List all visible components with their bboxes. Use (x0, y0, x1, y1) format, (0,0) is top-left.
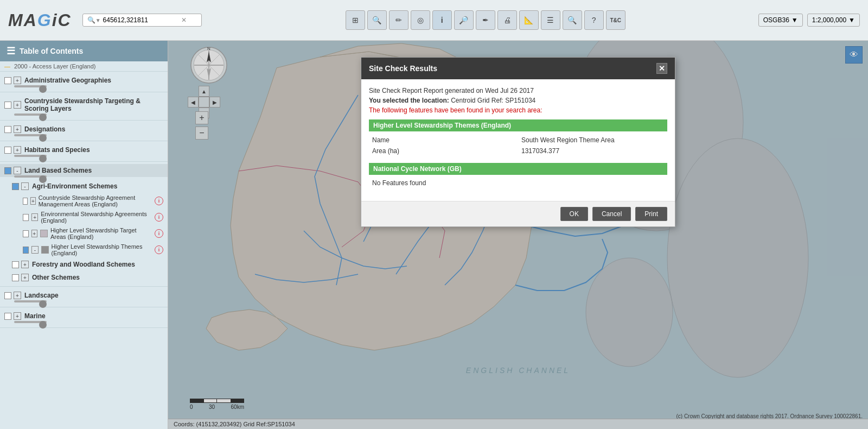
list-tool-button[interactable]: ☰ (541, 10, 560, 30)
layer-group-designations: + Designations (0, 121, 168, 141)
edit-tool-button[interactable]: ✒ (476, 10, 495, 30)
zoom-search-button[interactable]: 🔎 (454, 10, 474, 30)
forestry-checkbox[interactable] (12, 261, 19, 268)
admin-label: Administrative Geographies (24, 77, 163, 84)
target-tool-button[interactable]: ◎ (411, 10, 430, 30)
forestry-checkbox-area[interactable]: + (12, 261, 29, 268)
scale-select[interactable]: 1:2,000,000 ▼ (807, 14, 860, 27)
hls-themes-result-header: Higher Level Stewardship Themes (England… (369, 119, 667, 131)
hls-target-checkbox[interactable] (23, 230, 29, 237)
search-dropdown-icon[interactable]: ▼ (95, 17, 101, 23)
designations-checkbox[interactable] (4, 126, 11, 133)
agri-env-label: Agri-Environment Schemes (32, 182, 163, 190)
agri-env-expand-btn[interactable]: - (21, 182, 29, 190)
forestry-header[interactable]: + Forestry and Woodland Schemes (0, 258, 168, 271)
cs-agreement-expand-btn[interactable]: + (30, 197, 36, 205)
other-schemes-expand-btn[interactable]: + (21, 274, 29, 281)
layer-group-countryside-header[interactable]: + Countryside Stewardship Targeting & Sc… (0, 94, 168, 115)
hls-target-expand-btn[interactable]: + (31, 230, 37, 237)
cs-agreement-info-btn[interactable]: i (155, 197, 163, 205)
toolbar: ⊞ 🔍 ✏ ◎ i 🔎 ✒ 🖨 📐 ☰ 🔍 ? T&C (213, 10, 758, 30)
report-line2-rest: Centroid Grid Ref: SP151034 (451, 97, 535, 104)
marine-label: Marine (24, 312, 163, 320)
other-schemes-checkbox[interactable] (12, 274, 19, 281)
agri-env-checkbox[interactable] (12, 183, 19, 190)
hls-target-layer: + Higher Level Stewardship Target Areas … (8, 225, 168, 242)
land-based-expand-btn[interactable]: - (14, 167, 21, 174)
designations-opacity-slider[interactable] (14, 134, 47, 136)
print-tool-button[interactable]: 🖨 (497, 10, 517, 30)
other-schemes-checkbox-area[interactable]: + (12, 274, 29, 281)
modal-ok-button[interactable]: OK (560, 207, 588, 221)
habitats-opacity-slider[interactable] (14, 155, 47, 157)
agri-env-header[interactable]: - Agri-Environment Schemes (8, 180, 168, 193)
admin-checkbox-area[interactable]: + (4, 77, 21, 84)
grid-tool-button[interactable]: ⊞ (346, 10, 365, 30)
layer-group-admin: + Administrative Geographies (0, 72, 168, 92)
countryside-slider-thumb[interactable] (39, 113, 47, 121)
search-bar[interactable]: 🔍 ▼ ✕ (82, 14, 202, 27)
modal-print-button[interactable]: Print (635, 207, 667, 221)
projection-select[interactable]: OSGB36 ▼ (758, 14, 803, 27)
landscape-expand-btn[interactable]: + (14, 292, 21, 299)
modal-cancel-button[interactable]: Cancel (592, 207, 631, 221)
modal-close-button[interactable]: ✕ (656, 63, 667, 74)
tc-button[interactable]: T&C (606, 10, 626, 30)
cs-agreement-checkbox[interactable] (23, 198, 28, 205)
designations-expand-btn[interactable]: + (14, 125, 21, 133)
search-input[interactable] (103, 16, 179, 24)
table-row: Area (ha) 1317034.377 (369, 146, 667, 156)
admin-slider-thumb[interactable] (39, 85, 47, 93)
hls-themes-info-btn[interactable]: i (155, 245, 163, 254)
countryside-checkbox[interactable] (4, 102, 11, 109)
measure-tool-button[interactable]: 📐 (519, 10, 539, 30)
designations-slider-thumb[interactable] (39, 134, 47, 142)
map-area[interactable]: N ▲ ◀ ▶ ▼ + − (168, 41, 868, 429)
admin-checkbox[interactable] (4, 77, 11, 84)
countryside-expand-btn[interactable]: + (14, 101, 21, 109)
land-based-checkbox-area[interactable]: - (4, 167, 21, 174)
help-button[interactable]: ? (584, 10, 604, 30)
landscape-slider-thumb[interactable] (39, 300, 47, 308)
habitats-checkbox-area[interactable]: + (4, 146, 21, 154)
report-line3: The following features have been found i… (369, 105, 667, 115)
land-based-checkbox[interactable] (4, 167, 11, 174)
habitats-slider-thumb[interactable] (39, 155, 47, 162)
scale-value: 1:2,000,000 (812, 16, 846, 24)
other-schemes-header[interactable]: + Other Schemes (0, 271, 168, 284)
habitats-expand-btn[interactable]: + (14, 146, 21, 154)
countryside-checkbox-area[interactable]: + (4, 101, 21, 109)
layer-group-countryside: + Countryside Stewardship Targeting & Sc… (0, 92, 168, 121)
hls-target-info-btn[interactable]: i (155, 229, 163, 238)
admin-expand-btn[interactable]: + (14, 77, 21, 84)
landscape-opacity-slider[interactable] (14, 300, 47, 302)
marine-opacity-slider[interactable] (14, 321, 47, 323)
marine-checkbox[interactable] (4, 313, 11, 320)
countryside-opacity-slider[interactable] (14, 113, 47, 116)
habitats-checkbox[interactable] (4, 147, 11, 154)
land-based-opacity-slider[interactable] (14, 175, 47, 178)
env-stewardship-info-btn[interactable]: i (155, 213, 163, 222)
search-tool-button[interactable]: 🔍 (367, 10, 387, 30)
modal-header: Site Check Results ✕ (361, 58, 675, 79)
modal-body[interactable]: Site Check Report Report generated on We… (361, 79, 675, 201)
landscape-checkbox-area[interactable]: + (4, 292, 21, 299)
info-tool-button[interactable]: i (432, 10, 452, 30)
marine-slider-thumb[interactable] (39, 321, 47, 329)
draw-tool-button[interactable]: ✏ (389, 10, 409, 30)
modal-title: Site Check Results (369, 64, 437, 73)
forestry-expand-btn[interactable]: + (21, 261, 29, 268)
env-stewardship-checkbox[interactable] (23, 214, 29, 221)
agri-env-checkbox-area[interactable]: - (12, 182, 29, 190)
landscape-checkbox[interactable] (4, 292, 11, 299)
hls-themes-checkbox[interactable] (23, 247, 29, 254)
admin-opacity-slider[interactable] (14, 85, 47, 87)
env-stewardship-expand-btn[interactable]: + (31, 213, 38, 221)
find-tool-button[interactable]: 🔍 (563, 10, 582, 30)
designations-checkbox-area[interactable]: + (4, 125, 21, 133)
marine-expand-btn[interactable]: + (14, 312, 21, 320)
projection-dropdown-icon: ▼ (792, 16, 798, 24)
search-clear-icon[interactable]: ✕ (181, 16, 187, 24)
marine-checkbox-area[interactable]: + (4, 312, 21, 320)
hls-themes-expand-btn[interactable]: - (31, 246, 38, 254)
